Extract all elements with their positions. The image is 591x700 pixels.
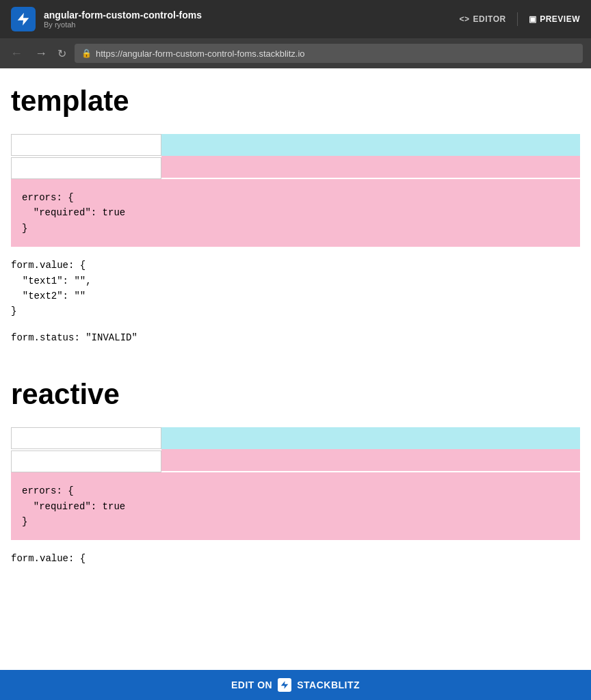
- template-form-value-text: form.value: { "text1": "", "text2": "" }: [11, 258, 580, 319]
- preview-icon: ▣: [529, 14, 537, 24]
- template-section-title: template: [11, 85, 580, 118]
- main-content: template errors: { "required": true } fo…: [0, 68, 591, 616]
- preview-label: PREVIEW: [540, 14, 580, 24]
- reactive-cyan-bg: [161, 427, 580, 449]
- refresh-button[interactable]: ↻: [57, 47, 66, 60]
- url-bar[interactable]: 🔒 https://angular-form-custom-control-fo…: [75, 44, 583, 63]
- edit-on-stackblitz-bar[interactable]: EDIT ON STACKBLITZ: [0, 670, 591, 700]
- template-form-value-block: form.value: { "text1": "", "text2": "" }: [11, 247, 580, 330]
- stackblitz-bar-logo: [278, 678, 291, 692]
- svg-marker-1: [281, 681, 289, 689]
- project-author: By ryotah: [44, 21, 451, 29]
- stackblitz-bar-label: STACKBLITZ: [297, 679, 360, 690]
- reactive-input-1[interactable]: [11, 427, 161, 449]
- template-color-col: [161, 134, 580, 179]
- template-cyan-bg: [161, 134, 580, 156]
- lock-icon: 🔒: [81, 49, 92, 58]
- template-input-area: [11, 134, 580, 179]
- template-section: template errors: { "required": true } fo…: [11, 85, 580, 356]
- template-pink-bg: [161, 156, 580, 178]
- toolbar-actions: <> EDITOR ▣ PREVIEW: [460, 12, 580, 26]
- back-button[interactable]: ←: [8, 46, 25, 61]
- reactive-color-col: [161, 427, 580, 472]
- template-errors-text: errors: { "required": true }: [22, 190, 569, 236]
- toolbar-divider: [517, 12, 518, 26]
- editor-label: EDITOR: [473, 14, 506, 24]
- template-form-status-text: form.status: "INVALID": [11, 330, 580, 345]
- template-inputs-col: [11, 134, 161, 179]
- reactive-errors-block: errors: { "required": true }: [11, 472, 580, 540]
- toolbar-title-group: angular-form-custom-control-foms By ryot…: [44, 10, 451, 29]
- stackblitz-logo[interactable]: [11, 7, 36, 31]
- reactive-form-value-text: form.value: {: [11, 551, 580, 566]
- template-form-status-block: form.status: "INVALID": [11, 330, 580, 356]
- project-title: angular-form-custom-control-foms: [44, 10, 263, 21]
- addressbar: ← → ↻ 🔒 https://angular-form-custom-cont…: [0, 38, 591, 68]
- reactive-errors-text: errors: { "required": true }: [22, 483, 569, 529]
- url-text: https://angular-form-custom-control-foms…: [96, 49, 305, 59]
- reactive-pink-bg: [161, 449, 580, 471]
- reactive-section: reactive errors: { "required": true } fo…: [11, 378, 580, 578]
- edit-on-label: EDIT ON: [231, 679, 272, 690]
- reactive-input-area: [11, 427, 580, 472]
- reactive-section-title: reactive: [11, 378, 580, 411]
- forward-button[interactable]: →: [33, 46, 49, 61]
- editor-button[interactable]: <> EDITOR: [460, 14, 506, 24]
- reactive-inputs-col: [11, 427, 161, 472]
- editor-icon: <>: [460, 14, 470, 24]
- svg-marker-0: [18, 13, 29, 25]
- reactive-input-2[interactable]: [11, 450, 161, 472]
- toolbar: angular-form-custom-control-foms By ryot…: [0, 0, 591, 38]
- template-input-1[interactable]: [11, 134, 161, 156]
- preview-button[interactable]: ▣ PREVIEW: [529, 14, 580, 24]
- reactive-form-value-block: form.value: {: [11, 540, 580, 577]
- template-errors-block: errors: { "required": true }: [11, 179, 580, 247]
- template-input-2[interactable]: [11, 157, 161, 179]
